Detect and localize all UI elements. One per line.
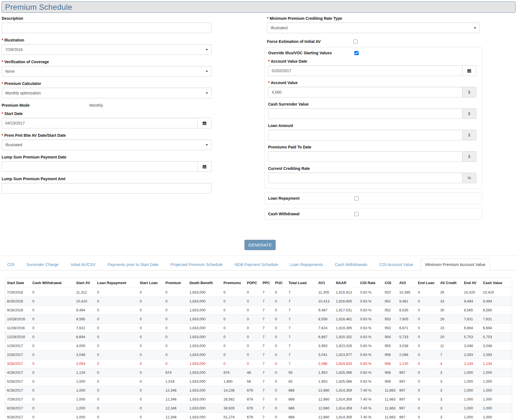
table-cell: 0 [138, 350, 164, 359]
cash-withdrawal-label: Cash Withdrawal [268, 212, 354, 216]
table-cell: 0 [95, 341, 138, 350]
table-row: 12/28/201606,6940001,833,000007076,6871,… [5, 333, 512, 341]
tab-minimum-premium-account-value[interactable]: Minimum Premium Account Value [421, 259, 490, 270]
cash-withdrawal-row: Cash Withdrawal [268, 212, 479, 216]
lump-sum-date-input[interactable] [2, 161, 198, 172]
cash-surrender-value-input[interactable] [268, 108, 462, 119]
chevron-down-icon [474, 27, 476, 29]
table-cell: 0 [416, 341, 438, 350]
table-cell: 0 [95, 333, 138, 341]
start-date-input[interactable] [2, 118, 198, 128]
table-cell: 0.63 % [359, 359, 383, 368]
table-cell: 12,346 [164, 395, 188, 404]
table-cell: 679 [245, 404, 261, 413]
table-cell: 0 [245, 333, 261, 341]
override-starting-values-checkbox[interactable] [354, 51, 359, 55]
table-cell: 3 [438, 395, 462, 404]
table-cell: 6,694 [75, 333, 95, 341]
chevron-down-icon [206, 49, 208, 50]
table-cell: 55 [287, 368, 317, 377]
table-cell: 997 [398, 368, 416, 377]
table-cell: 997 [398, 404, 416, 413]
table-cell: 0 [31, 341, 74, 350]
prem-pmt-btw-label: *Prem Pmt Btw AV Date/Start Date [2, 133, 212, 138]
illustration-select[interactable]: 7/29/2016 [2, 44, 212, 55]
force-estimation-checkbox[interactable] [353, 40, 357, 44]
table-cell: 0 [222, 315, 245, 324]
column-header: Cash Withdrawal [31, 278, 74, 288]
table-cell: 7 [261, 368, 273, 377]
table-cell: 12,660 [317, 386, 334, 395]
table-cell: 3,038 [398, 341, 416, 350]
account-value-input[interactable] [268, 87, 462, 97]
lump-sum-amt-label: Lump Sum Premium Payment Amt [2, 177, 212, 181]
column-header: End Loan [416, 278, 438, 288]
table-cell: 0 [95, 413, 138, 420]
tab-payments-prior-to-start-date[interactable]: Payments prior to Start Date [103, 259, 163, 270]
table-cell: 7.40 % [359, 395, 383, 404]
tab-loan-repayments[interactable]: Loan Repayments [286, 259, 327, 270]
table-cell: 7 [287, 333, 317, 341]
tab-initial-av-csv[interactable]: Initial AV/CSV [66, 259, 100, 270]
table-cell: 0 [273, 377, 287, 386]
tab-surrender-charge[interactable]: Surrender Charge [22, 259, 63, 270]
table-cell: 1,815,913 [334, 288, 358, 297]
table-cell: 0 [273, 359, 287, 368]
table-cell: 7/29/2016 [5, 288, 31, 297]
description-input[interactable] [2, 23, 212, 33]
table-cell: 0 [245, 306, 261, 315]
table-cell: 11,663 [383, 413, 398, 420]
current-crediting-rate-input[interactable] [268, 173, 462, 183]
tab-projected-premium-schedule[interactable]: Projected Premium Schedule [166, 259, 227, 270]
table-cell: 7.40 % [359, 413, 383, 420]
table-cell: 1,833,000 [188, 359, 222, 368]
calendar-icon[interactable] [198, 118, 212, 128]
tab-cash-withdrawals[interactable]: Cash Withdrawals [330, 259, 372, 270]
table-cell: 0 [245, 297, 261, 306]
table-cell: 1,000 [75, 377, 95, 386]
table-row: 3/28/201702,0930001,833,000007072,0861,8… [5, 359, 512, 368]
table-row: 10/28/201608,5650001,833,000007078,5581,… [5, 315, 512, 324]
min-premium-crediting-rate-type-select[interactable]: Illustrated [267, 23, 480, 33]
premiums-paid-to-date-label: Premiums Paid To Date [268, 145, 476, 149]
table-cell: 11/28/2016 [5, 324, 31, 333]
table-cell: 8/28/2017 [5, 404, 31, 413]
verification-of-coverage-select[interactable]: None [2, 66, 212, 77]
prem-pmt-btw-select[interactable]: Illustrated [2, 140, 212, 150]
table-cell: 7 [261, 297, 273, 306]
premiums-paid-to-date-input[interactable] [268, 151, 462, 162]
table-cell: 48 [245, 368, 261, 377]
table-cell: 0.63 % [359, 324, 383, 333]
account-value-date-input[interactable] [268, 65, 462, 76]
tab-coi-account-value[interactable]: COI Account Value [375, 259, 418, 270]
table-cell: 0 [416, 368, 438, 377]
tab-ndb-payment-schedule[interactable]: NDB Payment Schedule [230, 259, 283, 270]
table-cell: 6,694 [462, 324, 481, 333]
table-cell: 1,000 [481, 377, 512, 386]
field-current-crediting-rate: Current Crediting Rate % [268, 166, 476, 183]
table-cell: 6,687 [317, 333, 334, 341]
premium-calculator-select[interactable]: Monthly optimization [2, 88, 212, 98]
table-cell: 7 [261, 395, 273, 404]
lump-sum-amt-input[interactable] [2, 183, 212, 194]
field-verification-of-coverage: *Verification of Coverage None [2, 60, 212, 77]
table-cell: 12/28/2016 [5, 333, 31, 341]
tab-coi[interactable]: COI [3, 259, 19, 270]
calendar-icon[interactable] [462, 65, 476, 76]
generate-button[interactable]: GENERATE [244, 240, 276, 250]
table-cell: 2,086 [398, 350, 416, 359]
table-cell: 0 [416, 386, 438, 395]
cash-withdrawal-checkbox[interactable] [354, 212, 359, 216]
table-cell: 0 [273, 341, 287, 350]
column-header: COI Rate [359, 278, 383, 288]
calendar-icon[interactable] [198, 161, 212, 172]
loan-repayment-checkbox[interactable] [354, 196, 359, 201]
table-cell: 1,833,000 [188, 324, 222, 333]
column-header: PUC [273, 278, 287, 288]
table-cell: 1,820,332 [334, 333, 358, 341]
column-header: Start AV [75, 278, 95, 288]
loan-amount-input[interactable] [268, 130, 462, 140]
table-cell: 0 [95, 315, 138, 324]
table-cell: 7 [287, 288, 317, 297]
table-cell: 1,000 [75, 413, 95, 420]
